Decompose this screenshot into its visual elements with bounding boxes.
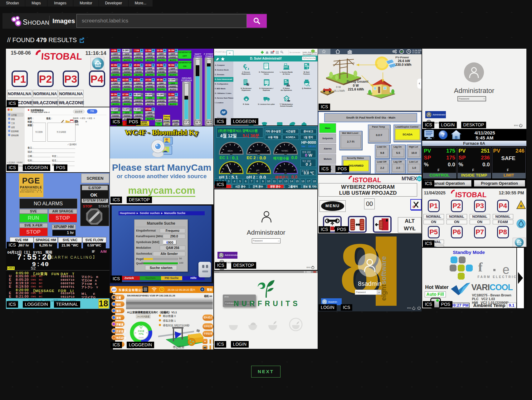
svg-text:开机率: 开机率	[138, 330, 144, 333]
svg-text:!: !	[288, 84, 289, 86]
svg-text:22: 22	[418, 178, 421, 180]
svg-text:50: 50	[140, 328, 142, 329]
svg-text:75: 75	[146, 332, 148, 334]
svg-text:77%: 77%	[139, 333, 144, 335]
svg-text:DT: DT	[112, 288, 116, 291]
svg-text:NF: NF	[222, 111, 226, 114]
svg-text:?: ?	[441, 132, 444, 138]
svg-text:25: 25	[135, 332, 137, 334]
svg-text:€: €	[243, 63, 246, 70]
svg-text:❄: ❄	[519, 204, 523, 208]
svg-text:73/100: 73/100	[139, 337, 144, 339]
